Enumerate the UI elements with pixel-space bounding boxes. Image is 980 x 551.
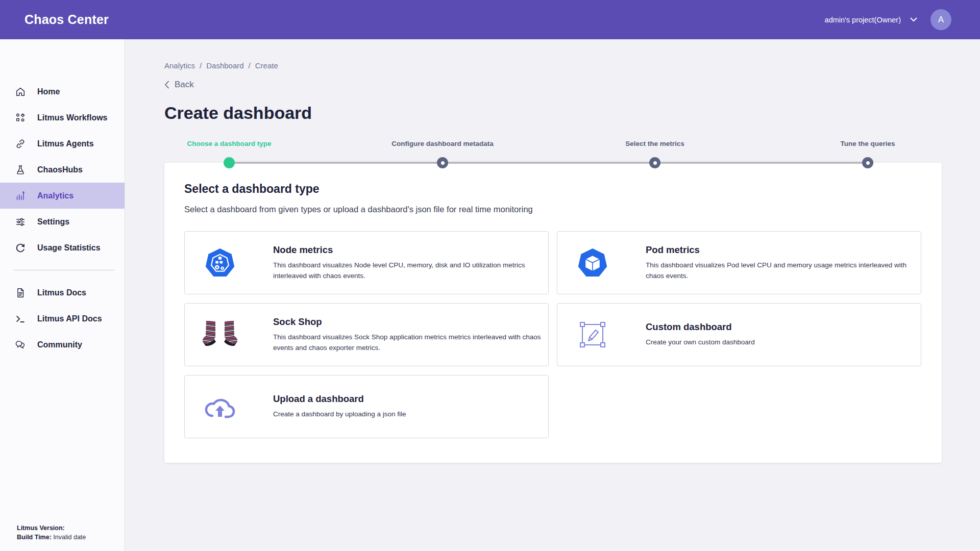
- panel-subtitle: Select a dashboard from given types or u…: [184, 205, 921, 214]
- step-dot-2: [437, 157, 448, 168]
- step-label-select-metrics: Select the metrics: [625, 140, 684, 147]
- workflows-icon: [15, 112, 26, 123]
- sidebar-item-chaoshubs[interactable]: ChaosHubs: [0, 157, 125, 183]
- panel-title: Select a dashboard type: [184, 182, 921, 196]
- sidebar-item-label: Litmus Workflows: [37, 113, 108, 122]
- refresh-circle-icon: [15, 242, 26, 254]
- custom-dashboard-icon: [573, 320, 612, 349]
- sidebar-item-label: Usage Statistics: [37, 243, 101, 253]
- step-label-choose-type: Choose a dashboard type: [187, 140, 271, 147]
- sidebar-footer: Litmus Version: Build Time: Invalid date: [17, 523, 86, 542]
- document-icon: [15, 287, 26, 298]
- dashboard-type-cards: Node metrics This dashboard visualizes N…: [184, 231, 921, 438]
- sliders-icon: [15, 216, 26, 228]
- breadcrumb-separator: /: [200, 61, 202, 70]
- sidebar: Home Litmus Workflows Litmus Agents Chao…: [0, 39, 125, 551]
- stepper-track: [164, 157, 942, 169]
- sidebar-item-label: Home: [37, 87, 60, 96]
- page-title: Create dashboard: [164, 102, 942, 123]
- litmus-version-label: Litmus Version:: [17, 524, 65, 532]
- chevron-down-icon: [910, 17, 917, 22]
- sidebar-item-litmus-api-docs[interactable]: Litmus API Docs: [0, 306, 125, 332]
- option-description: Create your own custom dashboard: [646, 337, 921, 347]
- avatar-initial: A: [938, 15, 944, 25]
- sidebar-item-home[interactable]: Home: [0, 79, 125, 105]
- main-content: Analytics / Dashboard / Create Back Crea…: [125, 39, 980, 551]
- option-card-node-metrics[interactable]: Node metrics This dashboard visualizes N…: [184, 231, 549, 294]
- back-button[interactable]: Back: [164, 80, 194, 90]
- breadcrumb-analytics[interactable]: Analytics: [164, 61, 195, 70]
- option-description: This dashboard visualizes Sock Shop appl…: [273, 332, 548, 353]
- sidebar-item-label: Litmus Agents: [37, 139, 94, 148]
- sidebar-divider: [14, 270, 114, 270]
- project-name: admin's project(Owner): [825, 16, 901, 24]
- option-title: Custom dashboard: [646, 321, 921, 333]
- sidebar-item-litmus-docs[interactable]: Litmus Docs: [0, 280, 125, 306]
- back-label: Back: [175, 80, 194, 90]
- sidebar-item-label: Analytics: [37, 191, 74, 201]
- pod-metrics-icon: [573, 247, 612, 278]
- breadcrumb-dashboard[interactable]: Dashboard: [206, 61, 243, 70]
- option-title: Sock Shop: [273, 316, 548, 328]
- sidebar-item-usage-statistics[interactable]: Usage Statistics: [0, 235, 125, 261]
- home-icon: [15, 86, 26, 97]
- sidebar-item-litmus-workflows[interactable]: Litmus Workflows: [0, 105, 125, 131]
- option-card-pod-metrics[interactable]: Pod metrics This dashboard visualizes Po…: [557, 231, 921, 294]
- app-title: Chaos Center: [24, 12, 109, 27]
- stepper-labels: Choose a dashboard type Configure dashbo…: [164, 140, 942, 148]
- step-dot-4: [862, 157, 873, 168]
- option-title: Pod metrics: [646, 244, 921, 256]
- sidebar-item-label: Litmus API Docs: [37, 314, 102, 323]
- build-time-label: Build Time:: [17, 534, 52, 541]
- option-title: Upload a dashboard: [273, 393, 548, 405]
- flask-icon: [15, 164, 26, 176]
- option-description: This dashboard visualizes Pod level CPU …: [646, 260, 921, 281]
- node-metrics-icon: [200, 247, 240, 278]
- stepper-connector-line: [229, 162, 868, 164]
- sidebar-item-label: Litmus Docs: [37, 288, 86, 297]
- chevron-left-icon: [164, 81, 169, 89]
- chat-bubbles-icon: [15, 339, 26, 350]
- project-selector[interactable]: admin's project(Owner): [825, 16, 917, 24]
- step-dot-1-active: [224, 157, 235, 168]
- option-title: Node metrics: [273, 244, 548, 256]
- sidebar-item-litmus-agents[interactable]: Litmus Agents: [0, 131, 125, 157]
- sidebar-item-community[interactable]: Community: [0, 332, 125, 358]
- sidebar-item-settings[interactable]: Settings: [0, 209, 125, 235]
- link-icon: [15, 138, 26, 149]
- sidebar-item-label: Settings: [37, 217, 69, 227]
- option-description: This dashboard visualizes Node level CPU…: [273, 260, 548, 281]
- app-header: Chaos Center admin's project(Owner) A: [0, 0, 980, 39]
- step-label-tune-queries: Tune the queries: [840, 140, 895, 147]
- option-card-sock-shop[interactable]: Sock Shop This dashboard visualizes Sock…: [184, 303, 549, 366]
- build-time-value: Invalid date: [53, 534, 86, 541]
- breadcrumb: Analytics / Dashboard / Create: [164, 61, 942, 70]
- step-dot-3: [649, 157, 660, 168]
- terminal-icon: [15, 313, 26, 324]
- breadcrumb-separator: /: [249, 61, 251, 70]
- sidebar-item-label: ChaosHubs: [37, 165, 83, 174]
- option-card-upload-dashboard[interactable]: Upload a dashboard Create a dashboard by…: [184, 375, 549, 438]
- option-card-custom-dashboard[interactable]: Custom dashboard Create your own custom …: [557, 303, 921, 366]
- avatar[interactable]: A: [930, 9, 951, 30]
- dashboard-type-panel: Select a dashboard type Select a dashboa…: [164, 163, 942, 463]
- sidebar-item-analytics[interactable]: Analytics: [0, 183, 125, 209]
- step-label-configure-metadata: Configure dashboard metadata: [391, 140, 494, 147]
- sock-shop-icon: [200, 319, 240, 350]
- bar-chart-icon: [15, 190, 26, 202]
- upload-cloud-icon: [200, 393, 240, 420]
- option-description: Create a dashboard by uploading a json f…: [273, 409, 548, 419]
- sidebar-item-label: Community: [37, 340, 82, 349]
- breadcrumb-create[interactable]: Create: [255, 61, 278, 70]
